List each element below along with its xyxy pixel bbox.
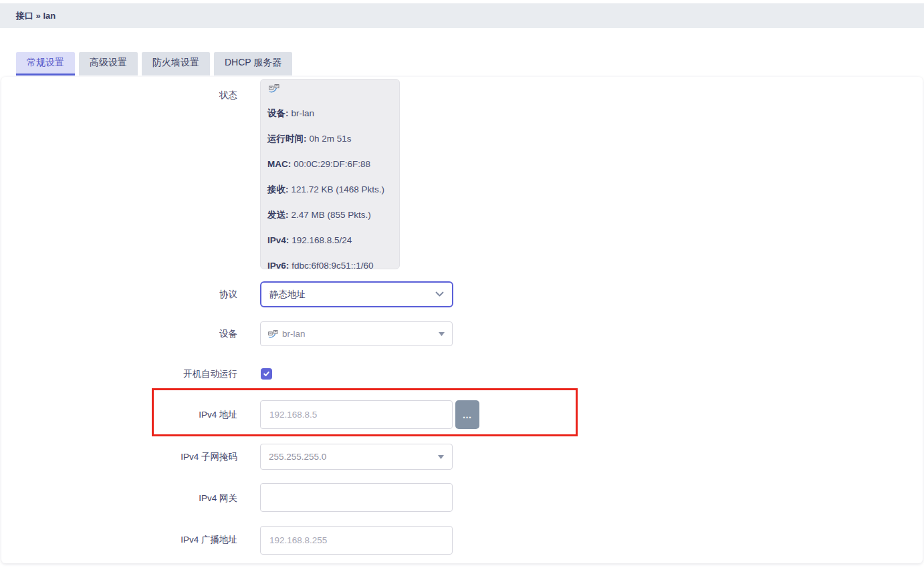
ipv4-broadcast-label: IPv4 广播地址 [0,534,237,546]
ipv4-address-label: IPv4 地址 [0,409,237,421]
bridge-icon [268,330,278,338]
tab-general-settings[interactable]: 常规设置 [16,52,75,76]
status-row-device: 设备:br-lan [267,108,394,119]
autostart-label: 开机自动运行 [0,368,237,380]
status-row-ipv4: IPv4:192.168.8.5/24 [267,235,394,246]
check-icon [263,370,270,378]
interface-settings-page: 接口 » lan 常规设置 高级设置 防火墙设置 DHCP 服务器 状态 设备:… [0,0,924,572]
status-row-mac: MAC:00:0C:29:DF:6F:88 [267,159,394,170]
tab-dhcp-server[interactable]: DHCP 服务器 [214,52,292,76]
bridge-icon [269,84,394,94]
dropdown-triangle-icon [438,455,444,459]
protocol-label: 协议 [0,289,237,301]
tab-firewall-settings[interactable]: 防火墙设置 [142,52,210,76]
protocol-select[interactable]: 静态地址 [260,281,453,307]
ipv4-gateway-input[interactable] [260,483,453,512]
status-row-tx: 发送:2.47 MB (855 Pkts.) [267,210,394,221]
settings-panel [1,77,923,563]
ipv4-netmask-label: IPv4 子网掩码 [0,451,237,463]
tab-advanced-settings[interactable]: 高级设置 [79,52,138,76]
ipv4-netmask-select[interactable]: 255.255.255.0 [260,444,453,470]
ipv4-address-more-button[interactable]: … [455,400,479,429]
breadcrumb[interactable]: 接口 » lan [16,10,55,22]
breadcrumb-bar: 接口 » lan [0,3,924,28]
ipv4-gateway-label: IPv4 网关 [0,492,237,505]
device-label: 设备 [0,328,237,340]
protocol-value: 静态地址 [269,289,306,301]
ipv4-netmask-value: 255.255.255.0 [269,452,326,462]
status-label: 状态 [0,90,237,102]
dropdown-triangle-icon [439,332,445,336]
device-select[interactable]: br-lan [260,321,453,346]
ipv4-address-input[interactable] [260,400,453,429]
chevron-down-icon [435,291,444,297]
settings-tabs: 常规设置 高级设置 防火墙设置 DHCP 服务器 [16,52,292,76]
status-panel: 设备:br-lan 运行时间:0h 2m 51s MAC:00:0C:29:DF… [260,79,400,269]
device-value: br-lan [282,329,306,339]
autostart-checkbox-checked[interactable] [261,368,272,380]
status-row-ipv6: IPv6:fdbc:6f08:9c51::1/60 [267,261,394,271]
ipv4-broadcast-input[interactable] [260,526,453,555]
status-row-uptime: 运行时间:0h 2m 51s [267,134,394,144]
status-row-rx: 接收:121.72 KB (1468 Pkts.) [267,184,394,195]
